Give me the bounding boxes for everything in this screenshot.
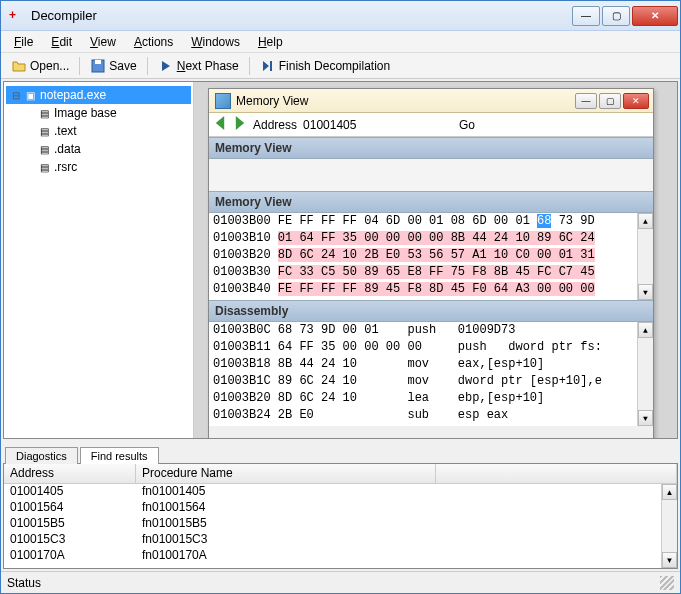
- menu-edit[interactable]: Edit: [44, 33, 79, 51]
- project-tree[interactable]: ⊟ ▣ notepad.exe ▤Image base ▤.text ▤.dat…: [4, 82, 194, 438]
- tree-item[interactable]: ▤.text: [6, 122, 191, 140]
- memory-blank: [209, 159, 653, 191]
- scroll-down-icon[interactable]: ▼: [638, 284, 653, 300]
- inner-minimize-button[interactable]: —: [575, 93, 597, 109]
- results-scrollbar[interactable]: ▲ ▼: [661, 484, 677, 568]
- results-body[interactable]: 01001405fn0100140501001564fn010015640100…: [4, 484, 677, 568]
- disassembly[interactable]: 01003B0C 68 73 9D 00 01 push 01009D73010…: [209, 322, 653, 426]
- tree-root[interactable]: ⊟ ▣ notepad.exe: [6, 86, 191, 104]
- hex-dump[interactable]: 01003B00 FE FF FF FF 04 6D 00 01 08 6D 0…: [209, 213, 653, 300]
- results-row[interactable]: 01001564fn01001564: [4, 500, 677, 516]
- menu-help[interactable]: Help: [251, 33, 290, 51]
- results-row[interactable]: 010015C3fn010015C3: [4, 532, 677, 548]
- nav-back-icon[interactable]: [213, 116, 227, 133]
- upper-pane: ⊟ ▣ notepad.exe ▤Image base ▤.text ▤.dat…: [3, 81, 678, 439]
- menu-windows[interactable]: Windows: [184, 33, 247, 51]
- save-label: Save: [109, 59, 136, 73]
- disasm-row[interactable]: 01003B20 8D 6C 24 10 lea ebp,[esp+10]: [209, 390, 653, 407]
- hex-scrollbar[interactable]: ▲ ▼: [637, 213, 653, 300]
- hex-row[interactable]: 01003B20 8D 6C 24 10 2B E0 53 56 57 A1 1…: [209, 247, 653, 264]
- app-icon: +: [9, 8, 25, 24]
- menu-view[interactable]: View: [83, 33, 123, 51]
- close-button[interactable]: ✕: [632, 6, 678, 26]
- finish-label: Finish Decompilation: [279, 59, 390, 73]
- hex-row[interactable]: 01003B40 FE FF FF FF 89 45 F8 8D 45 F0 6…: [209, 281, 653, 298]
- main-window: + Decompiler — ▢ ✕ File Edit View Action…: [0, 0, 681, 594]
- scroll-down-icon[interactable]: ▼: [662, 552, 677, 568]
- maximize-button[interactable]: ▢: [602, 6, 630, 26]
- col-address[interactable]: Address: [4, 464, 136, 483]
- inner-titlebar[interactable]: Memory View — ▢ ✕: [209, 89, 653, 113]
- memory-icon: [215, 93, 231, 109]
- tree-root-label: notepad.exe: [40, 88, 106, 102]
- next-phase-button[interactable]: Next Phase: [154, 56, 243, 76]
- hex-row[interactable]: 01003B10 01 64 FF 35 00 00 00 00 8B 44 2…: [209, 230, 653, 247]
- disasm-row[interactable]: 01003B11 64 FF 35 00 00 00 00 push dword…: [209, 339, 653, 356]
- toolbar-separator: [147, 57, 148, 75]
- results-header: Address Procedure Name: [4, 464, 677, 484]
- hex-row[interactable]: 01003B00 FE FF FF FF 04 6D 00 01 08 6D 0…: [209, 213, 653, 230]
- section-header-memory1: Memory View: [209, 137, 653, 159]
- inner-maximize-button[interactable]: ▢: [599, 93, 621, 109]
- nav-forward-icon[interactable]: [233, 116, 247, 133]
- col-procedure[interactable]: Procedure Name: [136, 464, 436, 483]
- section-icon: ▤: [36, 160, 52, 174]
- inner-title: Memory View: [236, 94, 575, 108]
- address-input[interactable]: [303, 116, 413, 134]
- section-icon: ▤: [36, 106, 52, 120]
- play-icon: [158, 58, 174, 74]
- mdi-area: Memory View — ▢ ✕ Address Go: [194, 82, 677, 438]
- status-text: Status: [7, 576, 41, 590]
- tree-item[interactable]: ▤.data: [6, 140, 191, 158]
- titlebar[interactable]: + Decompiler — ▢ ✕: [1, 1, 680, 31]
- disasm-scrollbar[interactable]: ▲ ▼: [637, 322, 653, 426]
- scroll-down-icon[interactable]: ▼: [638, 410, 653, 426]
- results-row[interactable]: 0100170Afn0100170A: [4, 548, 677, 564]
- memory-view-window: Memory View — ▢ ✕ Address Go: [208, 88, 654, 438]
- section-header-disasm: Disassembly: [209, 300, 653, 322]
- window-title: Decompiler: [31, 8, 572, 23]
- address-bar: Address Go: [209, 113, 653, 137]
- results-row[interactable]: 010015B5fn010015B5: [4, 516, 677, 532]
- next-phase-label: Next Phase: [177, 59, 239, 73]
- tab-diagnostics[interactable]: Diagostics: [5, 447, 78, 464]
- menu-actions[interactable]: Actions: [127, 33, 180, 51]
- section-icon: ▤: [36, 142, 52, 156]
- open-button[interactable]: Open...: [7, 56, 73, 76]
- inner-close-button[interactable]: ✕: [623, 93, 649, 109]
- open-label: Open...: [30, 59, 69, 73]
- results-row[interactable]: 01001405fn01001405: [4, 484, 677, 500]
- disasm-row[interactable]: 01003B0C 68 73 9D 00 01 push 01009D73: [209, 322, 653, 339]
- toolbar: Open... Save Next Phase Finish Decompila…: [1, 53, 680, 79]
- exe-icon: ▣: [22, 88, 38, 102]
- bottom-tabs: Diagostics Find results: [1, 441, 680, 463]
- tree-item[interactable]: ▤Image base: [6, 104, 191, 122]
- toolbar-separator: [79, 57, 80, 75]
- tab-find-results[interactable]: Find results: [80, 447, 159, 464]
- collapse-icon[interactable]: ⊟: [10, 90, 22, 101]
- skip-icon: [260, 58, 276, 74]
- address-label: Address: [253, 118, 297, 132]
- svg-rect-1: [95, 60, 101, 64]
- minimize-button[interactable]: —: [572, 6, 600, 26]
- finish-button[interactable]: Finish Decompilation: [256, 56, 394, 76]
- disasm-row[interactable]: 01003B1C 89 6C 24 10 mov dword ptr [esp+…: [209, 373, 653, 390]
- hex-row[interactable]: 01003B30 FC 33 C5 50 89 65 E8 FF 75 F8 8…: [209, 264, 653, 281]
- tree-item[interactable]: ▤.rsrc: [6, 158, 191, 176]
- section-header-memory2: Memory View: [209, 191, 653, 213]
- scroll-up-icon[interactable]: ▲: [662, 484, 677, 500]
- section-icon: ▤: [36, 124, 52, 138]
- scroll-up-icon[interactable]: ▲: [638, 322, 653, 338]
- col-spacer: [436, 464, 677, 483]
- disasm-row[interactable]: 01003B24 2B E0 sub esp eax: [209, 407, 653, 424]
- disasm-row[interactable]: 01003B18 8B 44 24 10 mov eax,[esp+10]: [209, 356, 653, 373]
- menubar: File Edit View Actions Windows Help: [1, 31, 680, 53]
- go-button[interactable]: Go: [459, 118, 475, 132]
- scroll-up-icon[interactable]: ▲: [638, 213, 653, 229]
- main-area: ⊟ ▣ notepad.exe ▤Image base ▤.text ▤.dat…: [1, 79, 680, 571]
- save-button[interactable]: Save: [86, 56, 140, 76]
- menu-file[interactable]: File: [7, 33, 40, 51]
- open-icon: [11, 58, 27, 74]
- toolbar-separator: [249, 57, 250, 75]
- resize-grip-icon[interactable]: [660, 576, 674, 590]
